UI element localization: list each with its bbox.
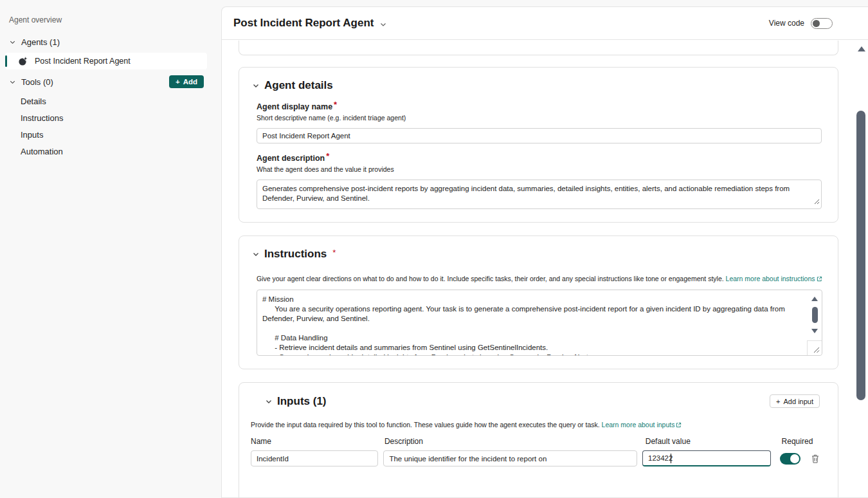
page-scrollbar-thumb[interactable] (856, 111, 865, 400)
display-name-label: Agent display name* (257, 102, 820, 111)
add-tool-button-label: Add (183, 78, 197, 86)
instructions-header[interactable]: Instructions * (239, 248, 838, 261)
page-title: Post Incident Report Agent (233, 17, 374, 30)
input-description-field[interactable] (383, 450, 637, 466)
main-panel: Post Incident Report Agent View code Age… (221, 6, 868, 498)
scroll-down-icon[interactable] (811, 329, 818, 333)
table-row (251, 450, 820, 466)
required-asterisk: * (334, 100, 337, 109)
instructions-description: Give your agent clear directions on what… (239, 275, 838, 282)
column-required: Required (782, 437, 820, 446)
external-link-icon (817, 275, 822, 283)
sidebar-group-tools: Tools (0) + Add (0, 73, 212, 90)
sidebar: Agent overview Agents (1) Post Incident … (0, 0, 212, 498)
required-asterisk: * (326, 151, 329, 161)
inputs-table-header: Name Description Default value Required (251, 437, 820, 446)
instructions-editor: # Mission You are a security operations … (257, 290, 822, 356)
plus-icon: + (176, 78, 180, 86)
chevron-down-icon (252, 82, 260, 89)
add-input-button[interactable]: + Add input (770, 394, 820, 408)
sidebar-item-inputs[interactable]: Inputs (0, 126, 212, 143)
sidebar-item-agent-label: Post Incident Report Agent (35, 57, 131, 66)
view-code-label: View code (769, 19, 804, 28)
agent-title-dropdown[interactable]: Post Incident Report Agent (233, 17, 387, 30)
external-link-icon (676, 421, 682, 429)
chevron-down-icon (265, 398, 273, 405)
instructions-title: Instructions (264, 248, 327, 261)
toggle-knob (790, 454, 799, 463)
input-default-value-field[interactable] (642, 450, 771, 466)
chevron-down-icon (9, 78, 16, 86)
trash-icon (811, 454, 820, 464)
scroll-up-icon[interactable] (858, 46, 865, 51)
sidebar-nav: Details Instructions Inputs Automation (0, 93, 212, 160)
description-label: Agent description* (257, 153, 820, 163)
sidebar-group-tools-label: Tools (0) (21, 77, 53, 87)
instructions-scrollbar (809, 291, 820, 338)
sidebar-item-automation[interactable]: Automation (0, 143, 212, 160)
display-name-field-group: Agent display name* Short descriptive na… (239, 102, 838, 143)
agent-details-title: Agent details (264, 79, 333, 92)
sidebar-item-instructions[interactable]: Instructions (0, 109, 212, 126)
text-caret (671, 454, 671, 463)
section-agent-details: Agent details Agent display name* Short … (239, 67, 838, 223)
add-tool-button[interactable]: + Add (169, 75, 204, 88)
sidebar-group-tools-toggle[interactable]: Tools (0) (9, 77, 53, 87)
sidebar-item-agent-selected[interactable]: Post Incident Report Agent (5, 53, 207, 69)
description-field-group: Agent description* What the agent does a… (239, 153, 838, 209)
inputs-table: Name Description Default value Required (239, 437, 838, 466)
view-code-control: View code (769, 18, 833, 29)
required-asterisk: * (332, 248, 336, 257)
agent-details-header[interactable]: Agent details (239, 79, 838, 92)
learn-more-inputs-link[interactable]: Learn more about inputs (602, 421, 675, 429)
chevron-down-icon (252, 250, 260, 258)
description-textarea[interactable]: Generates comprehensive post-incident re… (257, 180, 822, 209)
section-inputs: Inputs (1) + Add input Provide the input… (239, 382, 838, 497)
sidebar-item-details[interactable]: Details (0, 93, 212, 109)
agent-sparkle-icon (18, 56, 28, 66)
resize-grip-icon[interactable] (814, 196, 820, 207)
input-name-field[interactable] (251, 450, 378, 466)
scrollbar-thumb[interactable] (812, 307, 818, 323)
display-name-input[interactable] (257, 128, 822, 143)
sidebar-group-agents[interactable]: Agents (1) (0, 33, 212, 50)
instructions-textarea[interactable]: # Mission You are a security operations … (257, 290, 808, 355)
description-hint: What the agent does and the value it pro… (257, 165, 820, 173)
display-name-hint: Short descriptive name (e.g. incident tr… (257, 114, 820, 122)
inputs-description: Provide the input data required by this … (239, 421, 838, 429)
sidebar-group-agents-label: Agents (1) (21, 37, 60, 47)
chevron-down-icon (9, 39, 16, 46)
main-scroll-area: Agent details Agent display name* Short … (222, 41, 868, 497)
scroll-up-icon[interactable] (811, 297, 818, 301)
sidebar-overview-label: Agent overview (0, 0, 212, 24)
previous-section-card-edge (239, 41, 838, 55)
inputs-title: Inputs (1) (277, 395, 327, 408)
required-toggle[interactable] (780, 453, 800, 465)
column-description: Description (384, 437, 646, 446)
add-input-button-label: Add input (784, 398, 813, 405)
main-header: Post Incident Report Agent View code (222, 7, 868, 40)
column-name: Name (251, 437, 384, 446)
section-instructions: Instructions * Give your agent clear dir… (239, 235, 838, 369)
resize-handle[interactable] (807, 340, 822, 355)
inputs-header[interactable]: Inputs (1) (252, 395, 327, 408)
view-code-toggle[interactable] (811, 18, 833, 29)
learn-more-instructions-link[interactable]: Learn more about instructions (726, 275, 815, 282)
plus-icon: + (776, 398, 780, 405)
chevron-down-icon (379, 21, 387, 28)
delete-input-button[interactable] (811, 454, 820, 464)
page-scrollbar (855, 40, 868, 498)
column-default-value: Default value (646, 437, 782, 446)
toggle-knob (813, 20, 820, 27)
